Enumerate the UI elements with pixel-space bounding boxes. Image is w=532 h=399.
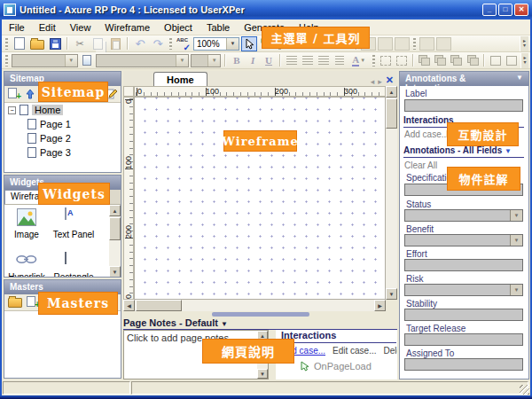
bullet-list-button[interactable] <box>332 53 347 68</box>
scroll-down-icon[interactable]: ▼ <box>109 266 121 278</box>
font-select[interactable]: ▼ <box>96 54 189 67</box>
onpageload-event[interactable]: OnPageLoad <box>314 361 372 372</box>
add-page-button[interactable]: + <box>8 88 21 101</box>
annotations-panel-header[interactable]: Annotations & Interactions ▼ <box>400 72 528 86</box>
bold-button[interactable]: B <box>230 53 244 68</box>
bring-forward-button[interactable] <box>434 53 448 68</box>
menu-object[interactable]: Object <box>157 20 200 35</box>
tree-item-page1[interactable]: Page 1 <box>4 117 121 131</box>
stability-input[interactable] <box>404 309 523 321</box>
distribute-h-button[interactable] <box>489 53 503 68</box>
collapse-icon[interactable]: − <box>8 106 16 114</box>
widgets-scrollbar[interactable]: ▲ ▼ <box>109 205 121 278</box>
toolbar-grip[interactable] <box>413 38 416 50</box>
chevron-down-icon[interactable]: ▼ <box>510 235 522 246</box>
scroll-left-icon[interactable]: ◀ <box>123 300 135 311</box>
masters-list[interactable] <box>4 311 121 379</box>
chevron-down-icon[interactable]: ▼ <box>510 285 522 295</box>
maximize-button[interactable]: □ <box>498 4 512 16</box>
menu-table[interactable]: Table <box>200 20 237 35</box>
menu-wireframe[interactable]: Wireframe <box>98 20 157 35</box>
send-backward-button[interactable] <box>450 53 464 68</box>
edit-case-link[interactable]: Edit case... <box>332 346 376 356</box>
zoom-select[interactable]: 100% ▼ <box>193 37 239 51</box>
toolbar-grip[interactable] <box>5 55 8 66</box>
bring-to-front-button[interactable] <box>418 53 432 68</box>
menu-view[interactable]: View <box>63 20 98 35</box>
menu-edit[interactable]: Edit <box>32 20 63 35</box>
delete-case-link[interactable]: Delete ca... <box>384 346 398 356</box>
scroll-down-icon[interactable]: ▼ <box>386 288 397 300</box>
scrollbar-thumb[interactable] <box>386 98 397 129</box>
italic-button[interactable]: I <box>246 53 260 68</box>
distribute-v-button[interactable] <box>505 53 519 68</box>
save-button[interactable] <box>47 36 63 51</box>
pointer-tool-button[interactable] <box>241 36 257 51</box>
widget-rectangle[interactable] <box>65 253 66 263</box>
new-button[interactable] <box>12 36 27 51</box>
add-case-link[interactable]: Add case... <box>404 129 449 139</box>
spellcheck-button[interactable]: ABC✓ <box>176 36 192 51</box>
table-button[interactable] <box>419 37 434 51</box>
canvas-vscrollbar[interactable]: ▲ ▼ <box>386 86 397 300</box>
menu-file[interactable]: File <box>2 20 32 35</box>
benefit-select[interactable]: ▼ <box>404 234 523 246</box>
clear-all-link[interactable]: Clear All <box>404 160 437 170</box>
tree-item-page2[interactable]: Page 2 <box>4 131 121 145</box>
tab-home[interactable]: Home <box>153 72 207 86</box>
resize-grip[interactable] <box>520 385 529 395</box>
scrollbar-thumb[interactable] <box>109 217 121 240</box>
move-up-button[interactable] <box>26 89 35 99</box>
ungroup-button[interactable] <box>395 53 409 68</box>
tab-scroll-left-icon[interactable]: ◂ <box>371 77 375 86</box>
toolbar-grip[interactable] <box>5 38 8 50</box>
undo-button[interactable]: ↶ <box>132 36 148 51</box>
group-button[interactable] <box>379 53 393 68</box>
open-master-button[interactable] <box>8 298 22 308</box>
minimize-button[interactable]: _ <box>482 4 497 16</box>
tree-item-page3[interactable]: Page 3 <box>4 145 121 160</box>
target-release-input[interactable] <box>404 333 523 346</box>
close-tab-icon[interactable]: ✕ <box>386 74 394 86</box>
notes-splitter[interactable] <box>123 311 397 317</box>
scroll-right-icon[interactable]: ▶ <box>374 300 386 311</box>
assigned-to-input[interactable] <box>404 358 523 371</box>
send-to-back-button[interactable] <box>466 53 480 68</box>
close-button[interactable]: ✕ <box>514 4 528 16</box>
wireframe-canvas[interactable] <box>134 97 386 300</box>
cut-button[interactable]: ✂ <box>72 36 88 51</box>
toolbar-grip[interactable] <box>372 55 375 66</box>
scroll-up-icon[interactable]: ▲ <box>109 205 121 216</box>
splitter-handle[interactable] <box>212 312 309 317</box>
tree-item-home[interactable]: − Home <box>4 103 121 117</box>
toolbar-grip[interactable] <box>169 38 172 50</box>
chevron-down-icon[interactable]: ▼ <box>510 210 522 221</box>
align-bottom-button[interactable] <box>395 37 410 51</box>
widget-image[interactable] <box>17 208 36 228</box>
tab-scroll-right-icon[interactable]: ▸ <box>378 77 382 86</box>
align-right-button[interactable] <box>317 53 331 68</box>
risk-select[interactable]: ▼ <box>404 284 523 296</box>
align-left-button[interactable] <box>285 53 299 68</box>
dropdown-arrow-icon[interactable]: ▼ <box>505 147 512 155</box>
scrollbar-thumb[interactable] <box>136 300 182 311</box>
copy-button[interactable] <box>90 36 106 51</box>
page-notes-header[interactable]: Page Notes - Default <box>123 317 218 328</box>
style-select[interactable]: ▼ <box>12 54 78 67</box>
redo-button[interactable]: ↷ <box>150 36 166 51</box>
dropdown-arrow-icon[interactable]: ▼ <box>516 74 523 86</box>
align-center-button[interactable] <box>301 53 315 68</box>
insert-column-button[interactable] <box>436 37 451 51</box>
widget-text-panel[interactable] <box>65 208 66 219</box>
canvas-hscrollbar[interactable]: ◀ ▶ <box>123 300 386 311</box>
dropdown-arrow-icon[interactable]: ▼ <box>221 320 228 328</box>
font-color-button[interactable]: A▼ <box>348 53 369 68</box>
widget-hyperlink[interactable] <box>16 254 37 266</box>
edit-style-button[interactable] <box>80 53 94 68</box>
title-bar[interactable]: Untitled - Axure RP Pro 4 : Licensed to … <box>0 0 532 20</box>
scroll-down-icon[interactable]: ▼ <box>257 369 268 379</box>
open-button[interactable] <box>29 36 45 51</box>
status-select[interactable]: ▼ <box>404 209 523 222</box>
paste-button[interactable] <box>107 36 123 51</box>
effort-input[interactable] <box>404 259 523 271</box>
